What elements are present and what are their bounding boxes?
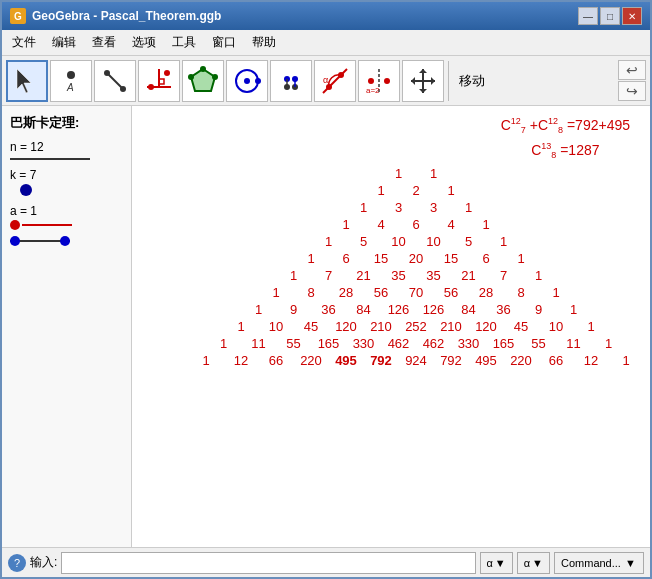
pascal-number: 330 bbox=[451, 336, 486, 351]
perpendicular-icon bbox=[143, 65, 175, 97]
command-dropdown[interactable]: Command... ▼ bbox=[554, 552, 644, 574]
svg-point-12 bbox=[200, 66, 206, 72]
formula-line-1: C127 +C128 =792+495 bbox=[501, 116, 630, 135]
canvas-area[interactable]: C127 +C128 =792+495 C138 =1287 111211331… bbox=[132, 106, 650, 547]
command-input[interactable] bbox=[61, 552, 475, 574]
pascal-number: 6 bbox=[469, 251, 504, 266]
cursor-icon bbox=[11, 65, 43, 97]
pascal-number: 1 bbox=[539, 285, 574, 300]
a-slider-dot bbox=[10, 220, 20, 230]
formula-line-2: C138 =1287 bbox=[501, 141, 630, 160]
pascal-number: 15 bbox=[434, 251, 469, 266]
point-tool-button[interactable]: A bbox=[50, 60, 92, 102]
pascal-row: 18285670562881 bbox=[192, 285, 640, 300]
menu-view[interactable]: 查看 bbox=[86, 32, 122, 53]
svg-line-5 bbox=[107, 73, 123, 89]
pascal-number: 7 bbox=[311, 268, 346, 283]
alpha-dropdown-1[interactable]: α ▼ bbox=[480, 552, 513, 574]
pascal-number: 1 bbox=[504, 251, 539, 266]
pascal-row: 193684126126843691 bbox=[192, 302, 640, 317]
pascal-number: 9 bbox=[521, 302, 556, 317]
a-slider-line[interactable] bbox=[22, 224, 72, 226]
pascal-number: 15 bbox=[364, 251, 399, 266]
pascal-number: 126 bbox=[416, 302, 451, 317]
segment-right-dot bbox=[60, 236, 70, 246]
svg-point-29 bbox=[384, 78, 390, 84]
angle-tool-button[interactable]: α bbox=[314, 60, 356, 102]
line-tool-button[interactable] bbox=[94, 60, 136, 102]
pascal-number: 8 bbox=[504, 285, 539, 300]
move-view-tool-button[interactable] bbox=[402, 60, 444, 102]
pascal-number: 2 bbox=[399, 183, 434, 198]
pascal-number: 45 bbox=[294, 319, 329, 334]
k-slider-dot bbox=[20, 184, 32, 196]
pascal-number: 252 bbox=[399, 319, 434, 334]
svg-point-28 bbox=[368, 78, 374, 84]
menu-help[interactable]: 帮助 bbox=[246, 32, 282, 53]
cursor-tool-button[interactable] bbox=[6, 60, 48, 102]
pascal-number: 12 bbox=[574, 353, 609, 368]
pascal-number: 6 bbox=[399, 217, 434, 232]
svg-marker-34 bbox=[431, 77, 435, 85]
svg-marker-0 bbox=[17, 69, 31, 93]
n-slider-line[interactable] bbox=[10, 158, 90, 160]
pascal-number: 495 bbox=[329, 353, 364, 368]
pascal-number: 792 bbox=[364, 353, 399, 368]
pascal-number: 1 bbox=[364, 183, 399, 198]
pascal-number: 45 bbox=[504, 319, 539, 334]
pascal-number: 84 bbox=[346, 302, 381, 317]
pascal-number: 36 bbox=[486, 302, 521, 317]
window-title: GeoGebra - Pascal_Theorem.ggb bbox=[32, 9, 221, 23]
pascal-number: 1 bbox=[434, 183, 469, 198]
segment-line bbox=[10, 240, 70, 242]
angle-icon: α bbox=[319, 65, 351, 97]
undo-button[interactable]: ↩ bbox=[618, 60, 646, 80]
ellipse-tool-button[interactable] bbox=[270, 60, 312, 102]
maximize-button[interactable]: □ bbox=[600, 7, 620, 25]
menu-tools[interactable]: 工具 bbox=[166, 32, 202, 53]
pascal-number: 1 bbox=[451, 200, 486, 215]
pascal-number: 120 bbox=[469, 319, 504, 334]
close-button[interactable]: ✕ bbox=[622, 7, 642, 25]
move-view-icon bbox=[407, 65, 439, 97]
help-icon[interactable]: ? bbox=[8, 554, 26, 572]
pascal-row: 1126622049579292479249522066121 bbox=[192, 353, 640, 368]
main-window: G GeoGebra - Pascal_Theorem.ggb — □ ✕ 文件… bbox=[0, 0, 652, 579]
menu-window[interactable]: 窗口 bbox=[206, 32, 242, 53]
pascal-number: 55 bbox=[521, 336, 556, 351]
pascal-number: 462 bbox=[416, 336, 451, 351]
reflect-tool-button[interactable]: a=2 bbox=[358, 60, 400, 102]
menu-options[interactable]: 选项 bbox=[126, 32, 162, 53]
pascal-triangle: 1112113311464115101051161520156117213535… bbox=[192, 166, 640, 370]
reflect-icon: a=2 bbox=[363, 65, 395, 97]
svg-marker-11 bbox=[191, 69, 215, 91]
menu-file[interactable]: 文件 bbox=[6, 32, 42, 53]
pascal-row: 121 bbox=[192, 183, 640, 198]
pascal-number: 120 bbox=[329, 319, 364, 334]
svg-point-7 bbox=[164, 70, 170, 76]
pascal-number: 36 bbox=[311, 302, 346, 317]
perpendicular-tool-button[interactable] bbox=[138, 60, 180, 102]
alpha-dropdown-2[interactable]: α ▼ bbox=[517, 552, 550, 574]
menu-edit[interactable]: 编辑 bbox=[46, 32, 82, 53]
pascal-number: 165 bbox=[486, 336, 521, 351]
redo-button[interactable]: ↪ bbox=[618, 81, 646, 101]
svg-marker-36 bbox=[419, 69, 427, 73]
pascal-number: 6 bbox=[329, 251, 364, 266]
pascal-number: 210 bbox=[364, 319, 399, 334]
pascal-number: 1 bbox=[346, 200, 381, 215]
polygon-tool-button[interactable] bbox=[182, 60, 224, 102]
minimize-button[interactable]: — bbox=[578, 7, 598, 25]
pascal-number: 1 bbox=[189, 353, 224, 368]
alpha2-arrow: ▼ bbox=[532, 557, 543, 569]
circle-tool-button[interactable] bbox=[226, 60, 268, 102]
pascal-number: 1 bbox=[591, 336, 626, 351]
title-bar: G GeoGebra - Pascal_Theorem.ggb — □ ✕ bbox=[2, 2, 650, 30]
n-slider-row: n = 12 bbox=[10, 140, 123, 160]
pascal-row: 172135352171 bbox=[192, 268, 640, 283]
title-bar-left: G GeoGebra - Pascal_Theorem.ggb bbox=[10, 8, 221, 24]
k-label: k = 7 bbox=[10, 168, 123, 182]
app-icon: G bbox=[10, 8, 26, 24]
formula-area: C127 +C128 =792+495 C138 =1287 bbox=[501, 116, 630, 167]
svg-point-1 bbox=[67, 71, 75, 79]
